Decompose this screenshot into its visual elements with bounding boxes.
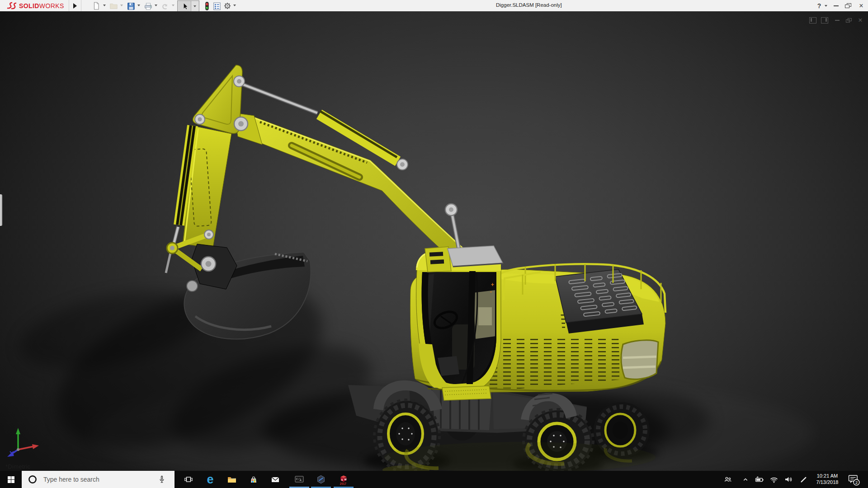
taskbar-app-file-explorer[interactable] <box>221 471 243 488</box>
select-tool-dropdown[interactable] <box>191 1 198 11</box>
orientation-label: *Dimetric <box>5 463 30 470</box>
taskbar-search[interactable] <box>22 471 175 488</box>
svg-text:+: + <box>491 282 494 288</box>
mail-icon <box>270 474 281 485</box>
tray-date: 7/13/2018 <box>811 479 844 486</box>
task-pane-button[interactable] <box>212 1 222 11</box>
tray-expand-button[interactable] <box>740 471 751 488</box>
feature-manager-collapsed-tab[interactable] <box>0 194 2 226</box>
edge-icon: e <box>207 474 213 486</box>
cortana-icon <box>27 474 38 485</box>
close-button[interactable]: × <box>855 0 867 11</box>
taskbar-app-command-prompt[interactable]: C:\ <box>288 471 310 488</box>
solidworks-2017-icon: S W 2017 <box>338 474 349 485</box>
minimize-icon <box>834 5 839 6</box>
print-dropdown[interactable] <box>155 5 157 6</box>
task-pane-icon <box>212 1 221 11</box>
orientation-triad[interactable] <box>4 426 44 462</box>
minimize-button[interactable] <box>831 0 841 11</box>
solidworks-logo: SOLIDWORKS <box>5 0 64 11</box>
restore-button[interactable] <box>842 0 853 11</box>
flyout-arrow-icon <box>73 3 77 9</box>
open-button[interactable] <box>108 1 118 11</box>
traffic-light-icon <box>202 1 211 11</box>
view-indicator-lights-button[interactable] <box>202 1 212 11</box>
viewport-restore-button[interactable] <box>844 16 854 24</box>
svg-text:-: - <box>490 289 492 295</box>
restore-icon <box>845 3 851 8</box>
triad-x-axis <box>18 444 39 450</box>
save-icon <box>126 1 135 11</box>
command-prompt-icon: C:\ <box>294 474 305 485</box>
clock[interactable]: 10:21 AM 7/13/2018 <box>811 471 844 488</box>
titlebar: SOLIDWORKS <box>0 0 868 12</box>
undo-dropdown[interactable] <box>172 5 175 6</box>
taskbar: e C:\ <box>0 471 868 488</box>
action-center-button[interactable]: 2 <box>845 471 862 488</box>
microsoft-store-icon <box>248 474 259 485</box>
excavator-model[interactable]: + - <box>0 11 868 471</box>
pane-right-button[interactable] <box>820 16 829 24</box>
viewport-minimize-button[interactable] <box>833 16 842 24</box>
people-icon <box>722 474 733 485</box>
options-button[interactable] <box>222 1 232 11</box>
toolbar-flyout-button[interactable] <box>69 0 81 11</box>
battery-icon <box>754 474 765 485</box>
pen-button[interactable] <box>797 471 810 488</box>
solidworks-swirl-icon <box>5 1 19 10</box>
new-document-icon <box>92 1 101 11</box>
viewport-minimize-icon <box>835 20 840 21</box>
battery-button[interactable] <box>753 471 766 488</box>
window-title: Digger.SLDASM [Read-only] <box>496 2 562 8</box>
pane-left-button[interactable] <box>808 16 817 24</box>
save-button[interactable] <box>126 1 136 11</box>
search-input[interactable] <box>42 475 153 483</box>
svg-text:S: S <box>341 479 343 481</box>
viewport-close-button[interactable]: × <box>855 16 865 24</box>
gear-icon <box>223 1 232 11</box>
taskbar-app-store[interactable] <box>243 471 264 488</box>
edrawings-icon <box>316 474 326 485</box>
task-view-icon <box>183 474 194 485</box>
task-view-button[interactable] <box>178 471 199 488</box>
taskbar-app-edge[interactable]: e <box>199 471 221 488</box>
help-dropdown[interactable] <box>825 5 827 7</box>
notification-badge: 2 <box>855 480 858 485</box>
new-document-dropdown[interactable] <box>103 5 106 6</box>
wifi-button[interactable] <box>768 471 780 488</box>
pen-icon <box>798 474 809 485</box>
print-icon <box>143 1 152 11</box>
undo-button[interactable] <box>160 1 170 11</box>
chevron-up-icon <box>741 474 750 484</box>
taskbar-app-edrawings[interactable] <box>310 471 332 488</box>
microphone-icon[interactable] <box>156 474 167 485</box>
save-dropdown[interactable] <box>137 5 140 6</box>
undo-icon <box>160 1 170 11</box>
options-dropdown[interactable] <box>233 5 236 6</box>
open-dropdown[interactable] <box>120 5 123 6</box>
pane-left-icon <box>809 17 816 23</box>
triad-y-axis <box>16 428 20 450</box>
brand-works: WORKS <box>39 2 64 9</box>
action-center-icon: 2 <box>847 473 860 486</box>
new-document-button[interactable] <box>91 1 101 11</box>
svg-text:2017: 2017 <box>340 482 347 485</box>
start-button[interactable] <box>0 471 22 488</box>
pane-right-icon <box>821 17 828 23</box>
wifi-icon <box>769 474 779 485</box>
file-explorer-icon <box>226 474 237 485</box>
volume-button[interactable] <box>782 471 795 488</box>
open-folder-icon <box>109 1 118 11</box>
windows-logo-icon <box>8 476 14 483</box>
viewport-restore-icon <box>846 18 851 23</box>
brand-solid: SOLID <box>19 2 39 9</box>
print-button[interactable] <box>143 1 153 11</box>
select-cursor-icon <box>178 1 191 11</box>
help-button[interactable]: ? <box>814 0 825 11</box>
triad-z-axis <box>7 450 18 457</box>
taskbar-app-solidworks-2017[interactable]: S W 2017 <box>333 471 354 488</box>
graphics-viewport[interactable]: + - × <box>0 11 868 471</box>
people-button[interactable] <box>722 471 734 488</box>
select-tool-button[interactable] <box>177 0 199 12</box>
taskbar-app-mail[interactable] <box>264 471 286 488</box>
